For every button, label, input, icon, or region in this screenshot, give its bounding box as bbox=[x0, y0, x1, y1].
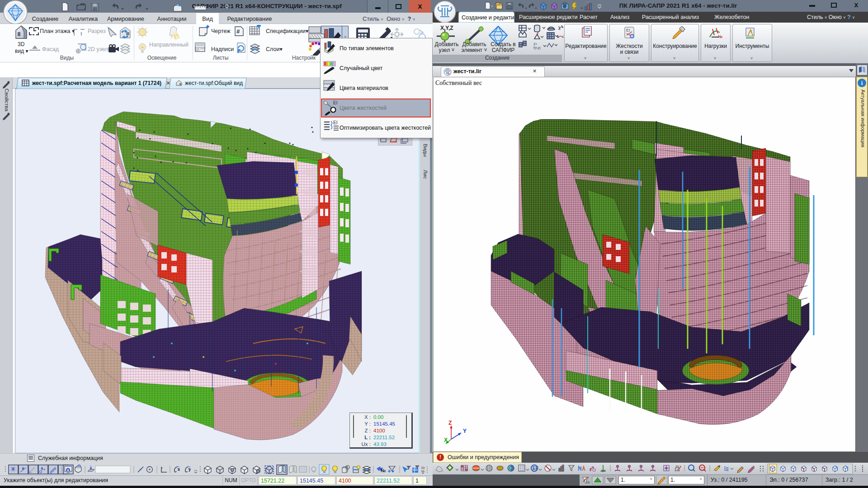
svg-text:#: # bbox=[236, 28, 240, 35]
svg-text:EI: EI bbox=[333, 120, 337, 125]
svg-text:Z=: Z= bbox=[533, 42, 537, 46]
svg-text:Г: Г bbox=[750, 29, 753, 33]
svg-text:EF: EF bbox=[533, 466, 538, 471]
svg-text:№: № bbox=[381, 468, 386, 473]
svg-text:Разрез: Разрез bbox=[88, 28, 106, 34]
svg-text:EI: EI bbox=[333, 100, 337, 105]
svg-text:План этажа ▾: План этажа ▾ bbox=[40, 28, 75, 34]
svg-text:Надписи: Надписи bbox=[211, 46, 234, 52]
svg-text:Фасад: Фасад bbox=[42, 46, 59, 52]
svg-text:f(x,y): f(x,y) bbox=[533, 46, 541, 50]
svg-text:X,Y,Z: X,Y,Z bbox=[440, 25, 453, 31]
svg-text:вид ▾: вид ▾ bbox=[15, 48, 28, 54]
svg-text:Чертеж: Чертеж bbox=[211, 28, 231, 34]
svg-text:№: № bbox=[586, 480, 590, 484]
svg-text:y: y bbox=[189, 467, 191, 472]
svg-text:EI: EI bbox=[626, 28, 630, 33]
svg-text:Слои▾: Слои▾ bbox=[266, 46, 283, 52]
svg-text:x: x bbox=[178, 467, 180, 472]
svg-text:21: 21 bbox=[448, 73, 451, 75]
svg-text:[α: [α bbox=[724, 465, 729, 471]
svg-text:2D узел: 2D узел bbox=[88, 46, 108, 52]
svg-text:3D: 3D bbox=[18, 41, 25, 47]
svg-text:№: № bbox=[718, 34, 722, 39]
